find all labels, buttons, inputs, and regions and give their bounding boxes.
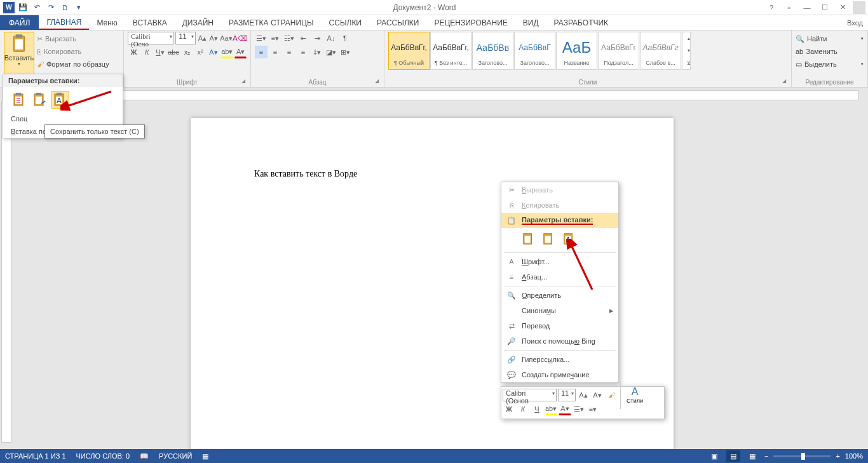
align-center-icon[interactable]: ≡ — [269, 46, 281, 58]
save-icon[interactable]: 💾 — [17, 1, 29, 14]
multilevel-icon[interactable]: ☷▾ — [283, 32, 295, 44]
cm-paste-merge-icon[interactable] — [541, 231, 557, 247]
mt-highlight-icon[interactable]: ab▾ — [545, 403, 557, 415]
paragraph-dialog-launcher[interactable]: ◢ — [375, 78, 383, 86]
cm-hyperlink[interactable]: 🔗Гиперссылка... — [501, 352, 618, 367]
decrease-indent-icon[interactable]: ⇤ — [297, 32, 309, 44]
tab-insert[interactable]: ВСТАВКА — [125, 15, 175, 30]
user-avatar[interactable] — [853, 1, 865, 14]
superscript-icon[interactable]: x² — [194, 46, 207, 58]
find-button[interactable]: 🔍Найти▾ — [796, 33, 864, 44]
highlight-icon[interactable]: ab▾ — [220, 46, 233, 58]
font-size-combo[interactable]: 11 — [175, 32, 196, 44]
cm-comment[interactable]: 💬Создать примечание — [501, 367, 618, 382]
tab-layout[interactable]: РАЗМЕТКА СТРАНИЦЫ — [221, 15, 322, 30]
maximize-icon[interactable]: ☐ — [817, 1, 832, 14]
sort-icon[interactable]: A↓ — [325, 32, 337, 44]
line-spacing-icon[interactable]: ‡▾ — [311, 46, 323, 58]
tab-developer[interactable]: РАЗРАБОТЧИК — [546, 15, 616, 30]
bullets-icon[interactable]: ☰▾ — [255, 32, 268, 44]
styles-row-down-icon[interactable]: ▾ — [682, 44, 695, 57]
cm-copy[interactable]: ⎘Копировать — [501, 198, 618, 213]
mt-bold-icon[interactable]: Ж — [503, 403, 515, 415]
mt-font-color-icon[interactable]: A▾ — [559, 403, 571, 415]
show-marks-icon[interactable]: ¶ — [339, 32, 351, 44]
italic-icon[interactable]: К — [141, 46, 153, 58]
subscript-icon[interactable]: x₂ — [181, 46, 193, 58]
tab-review[interactable]: РЕЦЕНЗИРОВАНИЕ — [426, 15, 515, 30]
style-subtitle[interactable]: АаБбВвГгПодзагол... — [598, 32, 639, 70]
sb-page[interactable]: СТРАНИЦА 1 ИЗ 1 — [5, 452, 66, 460]
style-heading1[interactable]: АаБбВвЗаголово... — [472, 32, 513, 70]
view-print-icon[interactable]: ▤ — [726, 450, 740, 462]
cm-synonyms[interactable]: Синонимы▶ — [501, 303, 618, 318]
select-button[interactable]: ▭Выделить▾ — [796, 58, 864, 70]
style-normal[interactable]: АаБбВвГг,¶ Обычный — [388, 32, 430, 70]
ribbon-collapse-icon[interactable]: ▫ — [782, 1, 797, 14]
cut-button[interactable]: ✂Вырезать — [37, 33, 109, 44]
qat-dropdown-icon[interactable]: ▾ — [72, 1, 85, 14]
word-app-icon[interactable]: W — [3, 1, 15, 14]
mt-numbering-icon[interactable]: ≡▾ — [587, 403, 599, 415]
vertical-ruler[interactable] — [1, 102, 11, 443]
style-title[interactable]: АаБНазвание — [556, 32, 597, 70]
tab-file[interactable]: ФАЙЛ — [0, 15, 39, 30]
paste-keep-source-icon[interactable] — [11, 91, 29, 109]
cm-cut[interactable]: ✂Вырезать — [501, 182, 618, 198]
sb-language[interactable]: РУССКИЙ — [159, 452, 192, 460]
numbering-icon[interactable]: ≡▾ — [269, 32, 281, 44]
sb-proofing-icon[interactable]: 📖 — [140, 452, 149, 460]
zoom-level[interactable]: 100% — [845, 452, 863, 460]
font-name-combo[interactable]: Calibri (Осно — [128, 32, 174, 44]
document-text[interactable]: Как вставить текст в Ворде — [254, 169, 357, 179]
tab-references[interactable]: ССЫЛКИ — [322, 15, 369, 30]
increase-indent-icon[interactable]: ⇥ — [311, 32, 323, 44]
tab-view[interactable]: ВИД — [515, 15, 546, 30]
style-heading2[interactable]: АаБбВвГЗаголово... — [514, 32, 555, 70]
mt-format-painter-icon[interactable]: 🖌 — [605, 389, 618, 401]
mt-shrink-font-icon[interactable]: A▾ — [591, 389, 604, 401]
new-doc-icon[interactable]: 🗋 — [58, 1, 71, 14]
cm-translate[interactable]: ⇄Перевод — [501, 318, 618, 333]
mt-underline-icon[interactable]: Ч — [531, 403, 543, 415]
horizontal-ruler[interactable] — [13, 90, 858, 100]
align-left-icon[interactable]: ≡ — [255, 46, 268, 58]
zoom-in-icon[interactable]: + — [836, 452, 839, 460]
format-painter-button[interactable]: 🖌Формат по образцу — [37, 58, 109, 70]
tab-design[interactable]: ДИЗАЙН — [175, 15, 221, 30]
zoom-out-icon[interactable]: − — [764, 452, 768, 460]
mt-bullets-icon[interactable]: ☰▾ — [573, 403, 585, 415]
clear-format-icon[interactable]: A⌫ — [234, 32, 247, 44]
mt-size-combo[interactable]: 11 — [558, 389, 576, 401]
replace-button[interactable]: abЗаменить — [796, 46, 864, 57]
shading-icon[interactable]: ◪▾ — [325, 46, 337, 58]
cm-paste-keep-source-icon[interactable] — [520, 231, 537, 247]
close-icon[interactable]: ✕ — [835, 1, 850, 14]
tab-mailings[interactable]: РАССЫЛКИ — [369, 15, 426, 30]
view-read-icon[interactable]: ▣ — [707, 450, 721, 462]
help-icon[interactable]: ? — [764, 1, 779, 14]
style-no-spacing[interactable]: АаБбВвГг,¶ Без инте... — [430, 32, 471, 70]
login-link[interactable]: Вход — [847, 15, 868, 30]
bold-icon[interactable]: Ж — [128, 46, 140, 58]
font-color-icon[interactable]: A▾ — [234, 46, 247, 58]
borders-icon[interactable]: ⊞▾ — [339, 46, 351, 58]
justify-icon[interactable]: ≡ — [297, 46, 309, 58]
cm-search-bing[interactable]: 🔎Поиск с помощью Bing — [501, 333, 618, 349]
styles-expand-icon[interactable]: ⊻ — [682, 57, 695, 69]
mt-styles-button[interactable]: AСтили — [623, 386, 646, 404]
paste-merge-icon[interactable] — [31, 91, 49, 109]
mt-grow-font-icon[interactable]: A▴ — [577, 389, 590, 401]
strikethrough-icon[interactable]: abc — [167, 46, 180, 58]
mt-italic-icon[interactable]: К — [517, 403, 529, 415]
sb-word-count[interactable]: ЧИСЛО СЛОВ: 0 — [76, 452, 130, 460]
change-case-icon[interactable]: Aa▾ — [220, 32, 233, 44]
text-effects-icon[interactable]: A▾ — [208, 46, 220, 58]
grow-font-icon[interactable]: A▴ — [197, 32, 207, 44]
mt-font-combo[interactable]: Calibri (Основ — [503, 389, 557, 401]
sb-macro-icon[interactable]: ▦ — [202, 452, 208, 460]
redo-icon[interactable]: ↷ — [44, 1, 57, 14]
view-web-icon[interactable]: ▦ — [745, 450, 759, 462]
styles-dialog-launcher[interactable]: ◢ — [782, 78, 790, 86]
paste-button[interactable]: Вставить ▼ — [4, 32, 34, 75]
